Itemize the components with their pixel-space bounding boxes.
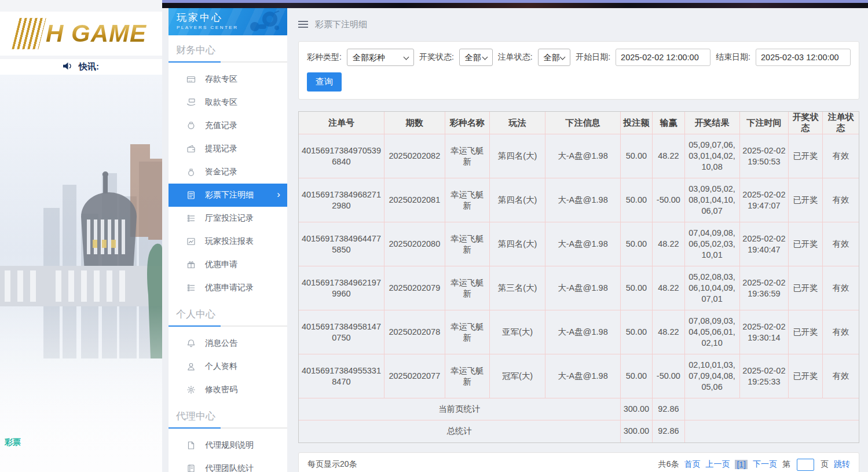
table-row: 40156917384955331847020250202077幸运飞艇新冠军(…	[299, 354, 859, 398]
start-date-input[interactable]	[616, 49, 710, 66]
table-cell: 401569173849581470750	[299, 310, 384, 354]
column-header: 投注额	[620, 112, 653, 134]
table-cell: 2025-02-02 19:47:07	[739, 178, 789, 222]
sidebar-section-title: 个人中心	[176, 308, 287, 321]
sidebar-item-修改密码[interactable]: 修改密码	[169, 378, 287, 401]
table-cell: 有效	[822, 310, 859, 354]
sidebar-item-玩家投注报表[interactable]: 玩家投注报表	[169, 230, 287, 253]
summary-row: 当前页统计300.0092.86	[299, 398, 859, 420]
table-cell: 401569173849621979960	[299, 266, 384, 310]
bell-icon	[186, 339, 196, 348]
table-cell: 已开奖	[789, 354, 823, 398]
table-cell: 401569173849682712980	[299, 178, 384, 222]
end-date-label: 结束日期:	[716, 52, 750, 63]
table-cell: 幸运飞艇新	[445, 134, 489, 178]
page-title: 彩票下注明细	[315, 19, 367, 30]
moneybag-icon	[186, 121, 196, 130]
sidebar-header: 玩家中心 PLAYERS CENTER	[169, 8, 287, 35]
file-icon	[186, 441, 196, 450]
table-cell: 50.00	[620, 178, 653, 222]
menu-toggle-icon[interactable]	[298, 21, 308, 28]
lottery-type-select[interactable]: 全部彩种	[347, 49, 414, 66]
sidebar-item-优惠申请记录[interactable]: 优惠申请记录	[169, 276, 287, 299]
top-dark-band	[162, 3, 868, 8]
bottom-left-marquee-text: 彩票	[5, 437, 21, 448]
summary-winloss-total: 92.86	[653, 420, 685, 442]
sidebar-item-取款专区[interactable]: 取款专区	[169, 91, 287, 114]
pagination-bar: 每页显示20条 共6条 首页 上一页 [1] 下一页 第 页 跳转	[298, 452, 859, 472]
sidebar-item-label: 代理规则说明	[205, 440, 254, 451]
jump-page-input[interactable]	[797, 459, 814, 471]
jump-suffix-text: 页	[821, 459, 829, 470]
sidebar-item-厅室投注记录[interactable]: 厅室投注记录	[169, 207, 287, 230]
sidebar-item-label: 充值记录	[205, 120, 237, 131]
table-cell: 幸运飞艇新	[445, 354, 489, 398]
table-cell: 幸运飞艇新	[445, 222, 489, 266]
sidebar-item-提现记录[interactable]: 提现记录	[169, 137, 287, 160]
sidebar-item-彩票下注明细[interactable]: 彩票下注明细›	[169, 184, 287, 207]
table-cell: 07,04,09,08,06,05,02,03,10,01	[684, 222, 739, 266]
sidebar-item-label: 厅室投注记录	[205, 213, 254, 224]
sidebar-item-充值记录[interactable]: 充值记录	[169, 114, 287, 137]
table-cell: 20250202077	[384, 354, 445, 398]
doclist-icon	[186, 191, 196, 200]
table-cell: 大-A盘@1.98	[545, 222, 620, 266]
column-header: 下注信息	[545, 112, 620, 134]
app-panel: 玩家中心 PLAYERS CENTER 财务中心存款专区取款专区充值记录提现记录…	[162, 0, 868, 472]
sidebar-item-优惠申请[interactable]: 优惠申请	[169, 253, 287, 276]
draw-status-select[interactable]: 全部	[459, 49, 493, 66]
cityscape-background-image	[0, 75, 162, 472]
column-header: 注单状态	[822, 112, 859, 134]
prev-page-link[interactable]: 上一页	[705, 459, 730, 470]
table-cell: 大-A盘@1.98	[545, 178, 620, 222]
hand-icon	[186, 98, 196, 107]
gear-icon	[186, 385, 196, 394]
jump-button[interactable]: 跳转	[834, 459, 850, 470]
left-brand-panel: H GAME 快讯:	[0, 0, 162, 472]
logo-text: H GAME	[46, 20, 147, 47]
table-cell: 第四名(大)	[489, 134, 545, 178]
table-cell: 48.22	[653, 222, 685, 266]
column-header: 注单号	[299, 112, 384, 134]
table-cell: 20250202082	[384, 134, 445, 178]
table-cell: 已开奖	[789, 134, 823, 178]
sidebar-item-消息公告[interactable]: 消息公告	[169, 332, 287, 355]
sidebar-item-label: 存款专区	[205, 74, 237, 85]
table-cell: 第四名(大)	[489, 222, 545, 266]
summary-row: 总统计300.0092.86	[299, 420, 859, 442]
table-cell: 05,02,08,03,06,10,04,09,07,01	[684, 266, 739, 310]
sidebar-item-label: 彩票下注明细	[205, 190, 254, 200]
table-cell: 有效	[822, 354, 859, 398]
sidebar-item-存款专区[interactable]: 存款专区	[169, 68, 287, 91]
next-page-link[interactable]: 下一页	[753, 459, 777, 470]
sidebar-section-title: 财务中心	[176, 43, 287, 57]
person-icon	[186, 362, 196, 371]
table-cell: 20250202079	[384, 266, 445, 310]
page: H GAME 快讯:	[0, 0, 868, 472]
table-cell: -50.00	[653, 354, 685, 398]
purse-icon	[186, 167, 196, 177]
table-row: 40156917384958147075020250202078幸运飞艇新亚军(…	[299, 310, 859, 354]
summary-label: 当前页统计	[299, 398, 620, 420]
query-button[interactable]: 查询	[307, 72, 342, 92]
table-cell: 07,08,09,03,04,05,06,01,02,10	[684, 310, 739, 354]
column-header: 输赢	[653, 112, 685, 134]
total-count-text: 共6条	[658, 459, 679, 470]
sidebar-item-个人资料[interactable]: 个人资料	[169, 355, 287, 378]
sidebar-item-资金记录[interactable]: 资金记录	[169, 160, 287, 184]
order-status-select[interactable]: 全部	[538, 49, 571, 66]
table-cell: 401569173849644775850	[299, 222, 384, 266]
table-cell: 第四名(大)	[489, 178, 545, 222]
logo-stripes-icon	[12, 18, 46, 49]
table-cell: 幸运飞艇新	[445, 310, 489, 354]
table-cell: 大-A盘@1.98	[545, 354, 620, 398]
page-size-text: 每页显示20条	[307, 459, 357, 470]
sidebar-item-代理规则说明[interactable]: 代理规则说明	[169, 434, 287, 457]
table-cell: 2025-02-02 19:30:14	[739, 310, 789, 354]
sidebar-item-代理团队统计[interactable]: 代理团队统计	[169, 457, 287, 472]
table-cell: 03,09,05,02,08,01,04,10,06,07	[684, 178, 739, 222]
column-header: 期数	[384, 112, 445, 134]
first-page-link[interactable]: 首页	[684, 459, 700, 470]
end-date-input[interactable]	[756, 49, 851, 66]
sidebar-item-label: 取款专区	[205, 97, 237, 108]
